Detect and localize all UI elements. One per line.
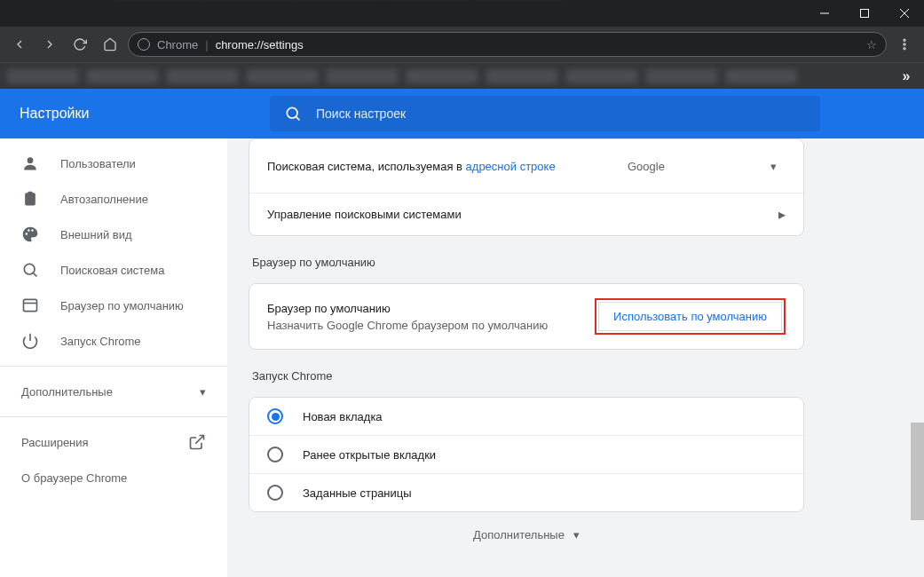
address-bar[interactable]: Chrome | chrome://settings ☆ <box>128 32 887 57</box>
bookmark-item[interactable] <box>486 69 557 83</box>
startup-option[interactable]: Заданные страницы <box>249 473 803 511</box>
chevron-right-icon: ▸ <box>778 206 786 223</box>
startup-option[interactable]: Ранее открытые вкладки <box>249 435 803 473</box>
sidebar-label: Расширения <box>21 436 89 449</box>
sidebar-item-search[interactable]: Поисковая система <box>0 252 227 288</box>
bookmark-item[interactable] <box>566 69 637 83</box>
radio-button[interactable] <box>267 408 283 424</box>
search-engine-select[interactable]: Google ▾ <box>619 152 786 180</box>
section-title-default-browser: Браузер по умолчанию <box>249 236 804 283</box>
chrome-icon <box>138 38 150 51</box>
omnibox-label: Chrome <box>157 38 198 51</box>
sidebar-item-people[interactable]: Пользователи <box>0 146 227 181</box>
address-bar-link[interactable]: адресной строке <box>466 160 556 173</box>
svg-rect-1 <box>860 10 868 18</box>
scrollbar-thumb[interactable] <box>911 423 924 520</box>
chevron-down-icon: ▾ <box>770 160 777 173</box>
default-browser-row: Браузер по умолчанию Назначить Google Ch… <box>249 284 803 349</box>
chevron-down-icon: ▾ <box>200 385 206 399</box>
svg-line-13 <box>34 273 37 277</box>
menu-button[interactable] <box>892 32 917 57</box>
window-close-button[interactable] <box>884 0 924 27</box>
bookmarks-overflow[interactable]: » <box>896 68 917 84</box>
bookmarks-bar: » <box>0 62 924 89</box>
url-text: chrome://settings <box>216 38 304 51</box>
sidebar-label: О браузере Chrome <box>21 471 127 485</box>
row-subtitle: Назначить Google Chrome браузером по умо… <box>267 319 548 332</box>
window-minimize-button[interactable] <box>804 0 844 27</box>
bookmark-item[interactable] <box>726 69 797 83</box>
startup-card: Новая вкладка Ранее открытые вкладки Зад… <box>249 397 804 512</box>
sidebar-label: Внешний вид <box>60 228 132 241</box>
radio-button[interactable] <box>267 485 283 501</box>
startup-option[interactable]: Новая вкладка <box>249 398 803 435</box>
advanced-toggle[interactable]: Дополнительные ▾ <box>249 512 804 545</box>
clipboard-icon <box>21 190 39 208</box>
browser-icon <box>21 296 39 314</box>
svg-point-12 <box>24 264 35 274</box>
svg-point-4 <box>904 39 905 41</box>
home-button[interactable] <box>98 32 122 57</box>
page-title: Настройки <box>20 106 252 122</box>
sidebar-label: Запуск Chrome <box>60 335 141 348</box>
external-link-icon <box>188 433 206 451</box>
svg-point-9 <box>28 157 34 163</box>
bookmark-item[interactable] <box>407 69 478 83</box>
radio-label: Новая вкладка <box>303 410 383 423</box>
sidebar-item-about[interactable]: О браузере Chrome <box>0 460 227 495</box>
row-text: Управление поисковыми системами <box>267 208 462 221</box>
sidebar-item-autofill[interactable]: Автозаполнение <box>0 181 227 217</box>
section-title-startup: Запуск Chrome <box>249 350 804 397</box>
sidebar-item-advanced[interactable]: Дополнительные ▾ <box>0 374 227 409</box>
search-engine-row: Поисковая система, используемая в адресн… <box>249 139 803 193</box>
bookmark-item[interactable] <box>646 69 717 83</box>
svg-rect-10 <box>25 193 36 205</box>
forward-button[interactable] <box>37 32 62 57</box>
svg-line-17 <box>195 436 203 444</box>
settings-sidebar: Пользователи Автозаполнение Внешний вид … <box>0 138 227 577</box>
manage-search-engines-row[interactable]: Управление поисковыми системами ▸ <box>249 193 803 235</box>
sidebar-item-startup[interactable]: Запуск Chrome <box>0 323 227 359</box>
window-maximize-button[interactable] <box>844 0 884 27</box>
highlight-frame: Использовать по умолчанию <box>595 298 786 335</box>
reload-button[interactable] <box>67 32 92 57</box>
bookmark-item[interactable] <box>247 69 318 83</box>
sidebar-label: Браузер по умолчанию <box>60 299 184 312</box>
palette-icon <box>21 225 39 243</box>
select-value: Google <box>628 160 665 173</box>
sidebar-label: Дополнительные <box>21 385 113 399</box>
svg-point-7 <box>287 107 297 118</box>
bookmark-item[interactable] <box>7 69 78 83</box>
sidebar-label: Автозаполнение <box>60 193 148 206</box>
browser-toolbar: Chrome | chrome://settings ☆ <box>0 27 924 62</box>
settings-search[interactable] <box>270 96 820 131</box>
search-input[interactable] <box>316 107 806 121</box>
search-icon <box>284 105 302 123</box>
row-text: Поисковая система, используемая в адресн… <box>267 160 556 173</box>
svg-point-6 <box>904 48 905 50</box>
separator: | <box>205 38 208 51</box>
radio-button[interactable] <box>267 447 283 462</box>
svg-rect-11 <box>28 192 33 194</box>
radio-label: Заданные страницы <box>303 486 412 500</box>
radio-label: Ранее открытые вкладки <box>303 448 436 462</box>
sidebar-item-default-browser[interactable]: Браузер по умолчанию <box>0 288 227 323</box>
sidebar-item-extensions[interactable]: Расширения <box>0 424 227 460</box>
bookmark-item[interactable] <box>87 69 158 83</box>
bookmark-item[interactable] <box>167 69 238 83</box>
search-icon <box>21 261 39 279</box>
bookmark-item[interactable] <box>327 69 398 83</box>
power-icon <box>21 332 39 350</box>
advanced-label: Дополнительные <box>473 528 565 541</box>
svg-point-5 <box>904 43 905 45</box>
make-default-button[interactable]: Использовать по умолчанию <box>598 302 782 331</box>
sidebar-item-appearance[interactable]: Внешний вид <box>0 217 227 252</box>
star-icon[interactable]: ☆ <box>866 38 877 51</box>
row-title: Браузер по умолчанию <box>267 302 548 315</box>
settings-page: Пользователи Автозаполнение Внешний вид … <box>0 138 924 577</box>
window-titlebar: GeekHacker.ru × Настройки × + <box>0 0 924 27</box>
back-button[interactable] <box>7 32 32 57</box>
sidebar-separator <box>0 416 227 417</box>
sidebar-label: Поисковая система <box>60 264 165 277</box>
svg-rect-14 <box>24 299 37 311</box>
